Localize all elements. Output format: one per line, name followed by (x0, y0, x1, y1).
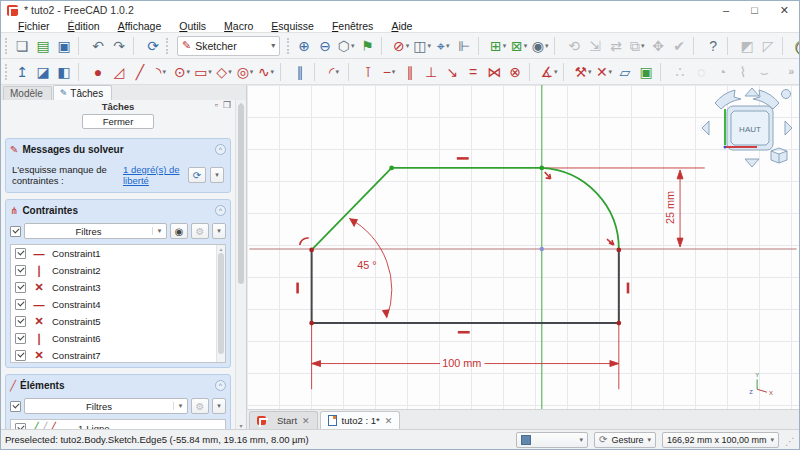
mirror-sketch-icon[interactable]: ⇄ (606, 35, 626, 57)
draw-style-icon[interactable]: ⊘▾ (391, 35, 411, 57)
angle-dimension-label[interactable]: 45 ° (357, 259, 376, 271)
internal-geometry-icon[interactable]: ⌣ (754, 61, 774, 83)
table-row[interactable]: —Constraint1 (11, 245, 225, 262)
create-bspline-icon[interactable]: ∿▾ (256, 61, 276, 83)
tab-taches[interactable]: ✎ Tâches (53, 85, 112, 100)
zoom-out-icon[interactable]: ⊖ (315, 35, 335, 57)
close-icon[interactable]: ✕ (302, 416, 310, 426)
constrain-equal-icon[interactable]: = (463, 61, 483, 83)
menu-fichier[interactable]: Fichier (9, 20, 59, 32)
create-fillet-icon[interactable]: ◜▾ (324, 61, 344, 83)
constraint-checkbox[interactable] (15, 299, 26, 310)
whats-this-icon[interactable]: ? (703, 35, 723, 57)
bspline-comb-icon[interactable]: ◔ (712, 61, 732, 83)
open-file-icon[interactable]: ▤ (33, 35, 53, 57)
navigation-cube[interactable]: HAUT (701, 87, 793, 169)
constrain-tangent-icon[interactable]: ↘ (442, 61, 462, 83)
constraint-checkbox[interactable] (15, 350, 26, 361)
toolbar-handle[interactable] (5, 64, 9, 80)
constraints-scrollbar[interactable]: ▴ (216, 245, 225, 362)
redo-icon[interactable]: ↷ (109, 35, 129, 57)
collapse-icon[interactable]: ^ (215, 380, 226, 391)
menu-fenetres[interactable]: Fenêtres (323, 20, 382, 32)
constraint-checkbox[interactable] (15, 248, 26, 259)
clone-sketch-icon[interactable]: ⧉▾ (627, 35, 647, 57)
sketch-vertices[interactable] (309, 166, 621, 326)
view-section-icon[interactable]: ◪ (33, 61, 53, 83)
viewport-size-dropdown[interactable]: 166,92 mm x 100,00 mm ▾ (662, 432, 779, 448)
menu-edition[interactable]: Édition (59, 20, 109, 32)
validate-sketch-icon[interactable]: ✔ (669, 35, 689, 57)
zoom-in-icon[interactable]: ⊕ (294, 35, 314, 57)
grid-toggle-icon[interactable]: ⊞▾ (488, 35, 508, 57)
height-dimension[interactable] (545, 168, 705, 247)
create-polygon-icon[interactable]: ◇▾ (214, 61, 234, 83)
box-zoom-icon[interactable]: ⌖▾ (433, 35, 453, 57)
constraint-checkbox[interactable] (15, 282, 26, 293)
toolbar-handle[interactable] (287, 38, 291, 54)
tab-tuto2[interactable]: tuto2 : 1* ✕ (320, 411, 401, 429)
bspline-degree-icon[interactable]: ∴ (670, 61, 690, 83)
create-circle-icon[interactable]: ⊙▾ (172, 61, 192, 83)
toolbar-handle[interactable] (5, 38, 9, 54)
fermer-button[interactable]: Fermer (82, 114, 154, 129)
constrain-horizontal-vertical-icon[interactable]: −▾ (379, 61, 399, 83)
constraint-markers[interactable] (296, 157, 629, 333)
nav-cube-label[interactable]: HAUT (739, 125, 761, 134)
constraint-checkbox[interactable] (15, 316, 26, 327)
tab-start[interactable]: Start ✕ (249, 411, 318, 429)
menu-aide[interactable]: Aide (382, 20, 421, 32)
bspline-poles-icon[interactable]: ◌ (691, 61, 711, 83)
constrain-symmetric-icon[interactable]: ⋈ (484, 61, 504, 83)
toggle-active-constraint-icon[interactable]: ✕▾ (594, 61, 614, 83)
table-row[interactable]: ✕Constraint7 (11, 347, 225, 363)
width-dimension-label[interactable]: 100 mm (442, 357, 481, 369)
undo-icon[interactable]: ↶ (88, 35, 108, 57)
3d-viewport[interactable]: 100 mm 25 mm 45 ° (247, 85, 799, 409)
table-row[interactable]: ✕Constraint5 (11, 313, 225, 330)
height-dimension-label[interactable]: 25 mm (664, 191, 676, 224)
create-point-icon[interactable]: ● (88, 61, 108, 83)
tilt-down-arrow[interactable] (745, 159, 759, 167)
constraints-settings-dropdown-icon[interactable]: ▾ (212, 223, 226, 239)
dof-link[interactable]: 1 degré(s) de liberté (123, 164, 184, 186)
select-redundant-icon[interactable]: ◸ (758, 35, 778, 57)
merge-mode-icon[interactable]: ▣ (636, 61, 656, 83)
toolbar-handle[interactable] (166, 38, 170, 54)
save-file-icon[interactable]: ▣ (54, 35, 74, 57)
constrain-parallel-icon[interactable]: ∥ (400, 61, 420, 83)
construction-mode-icon[interactable]: ∥ (290, 61, 310, 83)
list-item[interactable]: ╱ ╱ ╱ — 1-Ligne (11, 420, 225, 429)
toggle-construction-geometry-icon[interactable]: ▱ (615, 61, 635, 83)
minimize-button[interactable]: – (723, 4, 729, 17)
collapse-icon[interactable]: ^ (215, 205, 226, 216)
snap-toggle-icon[interactable]: ⊠▾ (509, 35, 529, 57)
menu-outils[interactable]: Outils (170, 20, 215, 32)
constraints-settings-icon[interactable]: ⚙ (191, 223, 209, 239)
toggle-driving-constraint-icon[interactable]: ⚒▾ (573, 61, 593, 83)
collapse-icon[interactable]: ^ (215, 144, 226, 155)
resize-grip[interactable] (785, 435, 795, 445)
rotate-east-arrow[interactable] (785, 121, 792, 135)
maximize-button[interactable]: □ (751, 4, 758, 17)
elements-select-all-checkbox[interactable] (10, 401, 21, 412)
map-sketch-icon[interactable]: ⟲ (564, 35, 584, 57)
constraints-select-all-checkbox[interactable] (10, 226, 21, 237)
constrain-perpendicular-icon[interactable]: ⊥ (421, 61, 441, 83)
rotate-west-arrow[interactable] (702, 121, 709, 135)
sketch-green-edges[interactable] (312, 168, 619, 250)
solver-refresh-icon[interactable]: ⟳ (188, 167, 206, 183)
float-icon[interactable]: ❐ (223, 100, 231, 110)
solver-dropdown-icon[interactable]: ▾ (210, 167, 224, 183)
menu-macro[interactable]: Macro (215, 20, 262, 32)
merge-sketches-icon[interactable]: ⇲ (585, 35, 605, 57)
table-row[interactable]: —Constraint4 (11, 296, 225, 313)
render-order-icon[interactable]: ◉▾ (530, 35, 550, 57)
move-sketch-icon[interactable]: ✥ (648, 35, 668, 57)
close-button[interactable]: ✕ (780, 4, 789, 17)
toolbar-overflow-icon[interactable]: » (788, 66, 797, 77)
nav-circle-icon[interactable] (782, 90, 791, 99)
axonometric-view-icon[interactable]: ⬡▾ (336, 35, 356, 57)
dock-icon[interactable]: ▫ (215, 100, 218, 110)
constrain-coincident-icon[interactable]: ⊺ (358, 61, 378, 83)
